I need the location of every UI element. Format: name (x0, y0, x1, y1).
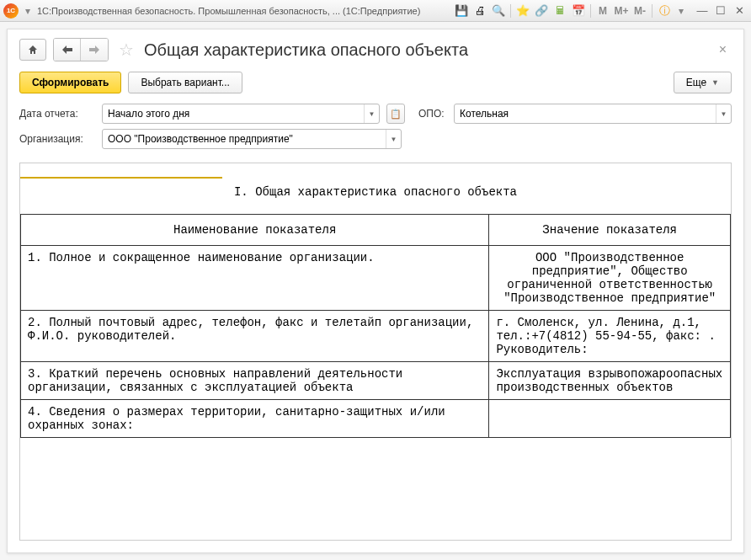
filter-row-org: Организация: ООО "Производственное предп… (19, 129, 732, 149)
more-label: Еще (686, 77, 706, 88)
zoom-m-button[interactable]: M (594, 3, 611, 19)
separator (510, 4, 511, 18)
report-marker (20, 163, 222, 179)
separator (652, 4, 652, 18)
org-value: ООО "Производственное предприятие" (103, 133, 386, 145)
chevron-down-icon[interactable]: ▼ (716, 104, 731, 123)
preview-icon[interactable]: 🔍 (490, 3, 507, 19)
cell-name: 1. Полное и сокращенное наименование орг… (21, 246, 489, 311)
date-value: Начало этого дня (103, 108, 364, 120)
page-header: ☆ Общая характеристика опасного объекта … (8, 29, 743, 68)
info-icon[interactable]: ⓘ (656, 3, 673, 19)
minimize-button[interactable]: — (694, 3, 711, 19)
chevron-down-icon[interactable]: ▼ (364, 104, 379, 123)
column-header-name: Наименование показателя (21, 215, 489, 246)
nav-back-forward (53, 38, 109, 61)
table-row: 3. Краткий перечень основных направлений… (21, 362, 731, 400)
window-title: 1С:Производственная безопасность. Промыш… (37, 6, 450, 16)
report-table: Наименование показателя Значение показат… (20, 214, 731, 438)
dropdown-icon[interactable]: ▾ (21, 4, 35, 18)
report-section-title: I. Общая характеристика опасного объекта (20, 179, 731, 214)
zoom-mplus-button[interactable]: M+ (613, 3, 630, 19)
date-label: Дата отчета: (19, 108, 95, 120)
close-tab-button[interactable]: × (714, 40, 732, 59)
filter-row-date: Дата отчета: Начало этого дня ▼ 📋 ОПО: К… (19, 104, 732, 124)
cell-name: 4. Сведения о размерах территории, санит… (21, 400, 489, 438)
date-input[interactable]: Начало этого дня ▼ (102, 104, 380, 124)
save-icon[interactable]: 💾 (453, 3, 470, 19)
forward-icon (89, 45, 99, 54)
cell-name: 3. Краткий перечень основных направлений… (21, 362, 489, 400)
back-icon (62, 45, 72, 54)
calendar-icon[interactable]: 📅 (570, 3, 587, 19)
title-toolbar: 💾 🖨 🔍 ⭐ 🔗 🖩 📅 M M+ M- ⓘ ▾ (453, 3, 688, 19)
favorite-star-icon[interactable]: ☆ (119, 40, 134, 60)
filters-panel: Дата отчета: Начало этого дня ▼ 📋 ОПО: К… (8, 102, 743, 163)
report-viewport[interactable]: I. Общая характеристика опасного объекта… (19, 163, 732, 541)
action-toolbar: Сформировать Выбрать вариант... Еще ▼ (8, 68, 743, 102)
app-logo-icon: 1C (3, 3, 19, 19)
calendar-picker-button[interactable]: 📋 (386, 104, 405, 124)
table-header-row: Наименование показателя Значение показат… (21, 215, 731, 246)
cell-value (489, 400, 731, 438)
table-row: 1. Полное и сокращенное наименование орг… (21, 246, 731, 311)
report-document: I. Общая характеристика опасного объекта… (20, 163, 731, 438)
calculator-icon[interactable]: 🖩 (551, 3, 568, 19)
generate-button[interactable]: Сформировать (19, 72, 121, 93)
page-title: Общая характеристика опасного объекта (144, 40, 468, 60)
org-label: Организация: (19, 133, 95, 145)
home-button[interactable] (19, 39, 46, 61)
cell-name: 2. Полный почтовый адрес, телефон, факс … (21, 311, 489, 362)
column-header-value: Значение показателя (489, 215, 731, 246)
link-icon[interactable]: 🔗 (533, 3, 550, 19)
home-icon (27, 44, 39, 56)
close-button[interactable]: ✕ (731, 3, 748, 19)
titlebar: 1C ▾ 1С:Производственная безопасность. П… (0, 0, 751, 22)
cell-value: ООО "Производственное предприятие", Обще… (489, 246, 731, 311)
cell-value: г. Смоленск, ул. Ленина, д.1, тел.:+7(48… (489, 311, 731, 362)
opo-value: Котельная (455, 108, 716, 120)
opo-label: ОПО: (418, 108, 447, 120)
table-row: 4. Сведения о размерах территории, санит… (21, 400, 731, 438)
cell-value: Эксплуатация взрывопожароопасных произво… (489, 362, 731, 400)
more-button[interactable]: Еще ▼ (674, 72, 732, 93)
print-icon[interactable]: 🖨 (471, 3, 488, 19)
opo-input[interactable]: Котельная ▼ (454, 104, 732, 124)
favorite-icon[interactable]: ⭐ (514, 3, 531, 19)
back-button[interactable] (54, 39, 81, 61)
separator (590, 4, 591, 18)
window-controls: — ☐ ✕ (694, 3, 748, 19)
table-row: 2. Полный почтовый адрес, телефон, факс … (21, 311, 731, 362)
chevron-down-icon[interactable]: ▼ (386, 130, 401, 148)
zoom-mminus-button[interactable]: M- (631, 3, 648, 19)
chevron-down-icon: ▼ (711, 78, 719, 87)
dropdown-icon[interactable]: ▾ (674, 4, 688, 18)
choose-variant-button[interactable]: Выбрать вариант... (128, 72, 242, 93)
maximize-button[interactable]: ☐ (712, 3, 729, 19)
org-input[interactable]: ООО "Производственное предприятие" ▼ (102, 129, 402, 149)
forward-button[interactable] (81, 39, 108, 61)
content-area: ☆ Общая характеристика опасного объекта … (7, 29, 744, 553)
